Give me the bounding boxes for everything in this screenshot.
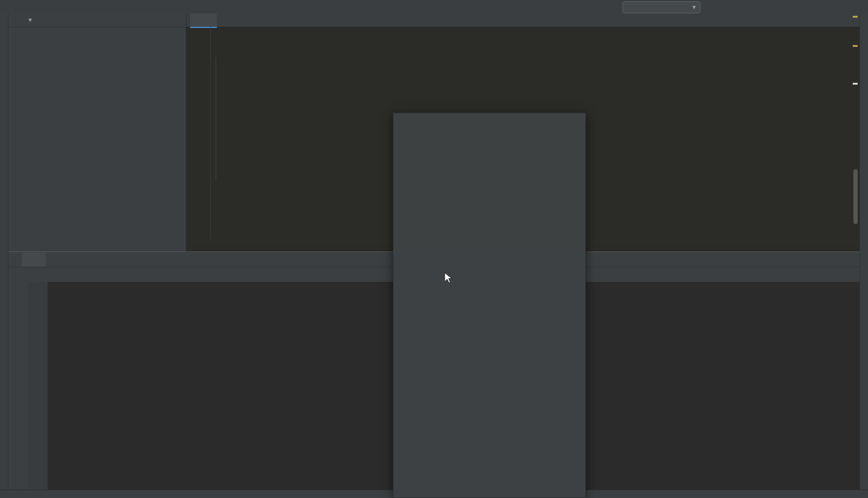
error-stripe-mark[interactable] <box>853 45 858 47</box>
python-icon <box>27 256 35 264</box>
error-stripe-caret-mark[interactable] <box>853 83 858 85</box>
editor-scrollbar-thumb[interactable] <box>853 169 858 224</box>
project-panel-header[interactable]: ▼ <box>9 13 186 27</box>
console-actions-toolbar <box>28 282 48 489</box>
debug-session-tab[interactable] <box>22 253 46 267</box>
right-toolwindow-bar <box>859 13 868 489</box>
editor-tab-capitain-shield[interactable] <box>190 13 217 28</box>
error-stripe-mark[interactable] <box>853 16 858 18</box>
event-log-button[interactable] <box>849 491 859 498</box>
left-toolwindow-bar <box>0 13 9 489</box>
editor-context-menu <box>393 113 586 498</box>
project-tree <box>9 28 186 251</box>
top-breadcrumb-bar: ▼ <box>0 0 868 14</box>
project-view-icon <box>13 16 21 24</box>
gutter-divider <box>210 27 211 243</box>
fold-guide-line <box>216 57 216 180</box>
editor-tab-bar <box>186 13 859 27</box>
project-panel: ▼ <box>9 13 186 251</box>
python-icon <box>626 4 634 12</box>
debug-actions-toolbar <box>9 282 28 489</box>
run-config-select[interactable]: ▼ <box>623 1 700 13</box>
python-icon <box>196 16 203 24</box>
chevron-down-icon: ▼ <box>27 17 33 23</box>
chevron-down-icon: ▼ <box>691 4 697 10</box>
debugger-bug-icon <box>13 270 23 279</box>
toolwindow-quick-access-icon[interactable] <box>2 491 10 498</box>
mouse-cursor <box>444 272 453 284</box>
event-log-icon <box>849 491 856 498</box>
